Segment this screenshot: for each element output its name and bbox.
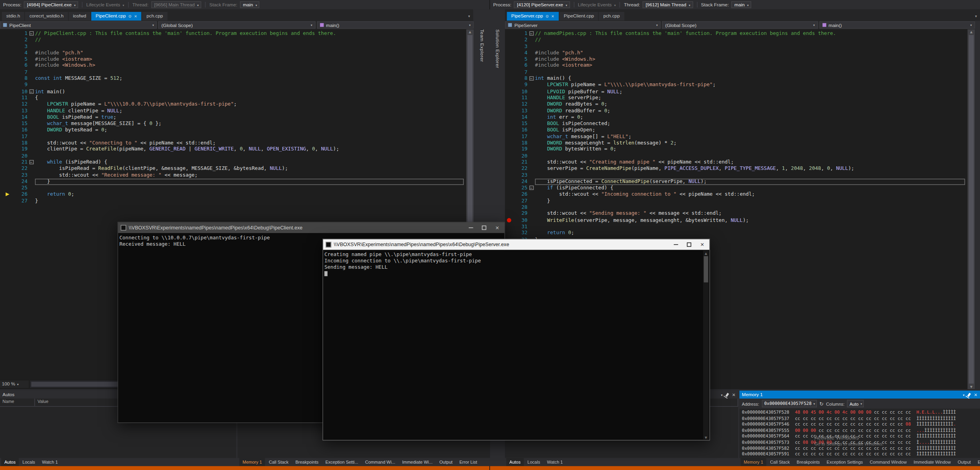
left-tab-Output[interactable]: Output bbox=[436, 458, 456, 466]
left-tab-Call Stack[interactable]: Call Stack bbox=[266, 458, 291, 466]
scope-dropdown[interactable]: (Global Scope)▾ bbox=[662, 21, 818, 29]
code-line[interactable]: 21− while (isPipeRead) { bbox=[0, 159, 466, 166]
left-tab-Command Wi...[interactable]: Command Wi... bbox=[362, 458, 399, 466]
code-line[interactable]: 24 isPipeConnected = ConnectNamedPipe(se… bbox=[505, 179, 968, 185]
fold-margin[interactable]: − bbox=[27, 31, 35, 37]
lifecycle-events-button[interactable]: Lifecycle Events bbox=[578, 2, 612, 8]
code-line[interactable]: 13 HANDLE clientPipe = NULL; bbox=[0, 108, 466, 114]
scroll-up-icon[interactable]: ▲ bbox=[466, 30, 474, 34]
code-line[interactable]: 12 LPCWSTR pipeName = L"\\\\10.0.0.7\\pi… bbox=[0, 101, 466, 108]
code-line[interactable]: 27 } bbox=[505, 198, 968, 204]
code-line[interactable]: 16 BOOL isPipeOpen; bbox=[505, 127, 968, 133]
right-tab-Exception Settings[interactable]: Exception Settings bbox=[824, 458, 866, 466]
code-line[interactable]: 8const int MESSAGE_SIZE = 512; bbox=[0, 76, 466, 82]
code-line[interactable]: 26 std::wcout << "Incoming connection to… bbox=[505, 191, 968, 198]
right-tab-Error List[interactable]: Error List bbox=[974, 458, 980, 466]
left-tab-Autos[interactable]: Autos bbox=[1, 458, 19, 466]
minimize-icon[interactable] bbox=[674, 244, 678, 245]
doc-tab-corecrt_wstdio.h[interactable]: corecrt_wstdio.h bbox=[25, 12, 68, 21]
fold-collapse-icon[interactable]: − bbox=[29, 31, 33, 36]
code-line[interactable]: 8−int main() { bbox=[505, 76, 968, 82]
doc-tab-pch.cpp[interactable]: pch.cpp bbox=[142, 12, 167, 21]
doc-tab-PipeServer.cpp[interactable]: PipeServer.cpp⊙× bbox=[507, 12, 559, 21]
doc-tab-PipeClient.cpp[interactable]: PipeClient.cpp bbox=[559, 12, 598, 21]
code-line[interactable]: 9 bbox=[0, 82, 466, 89]
code-line[interactable]: 26 return 0; bbox=[0, 191, 466, 198]
thread-combo[interactable]: [9656] Main Thread▾ bbox=[151, 1, 201, 8]
code-line[interactable]: 25− if (isPipeConnected) { bbox=[505, 185, 968, 191]
code-line[interactable]: 9 LPCWSTR pipeName = L"\\\\.\\pipe\\mant… bbox=[505, 82, 968, 89]
right-tab-Call Stack[interactable]: Call Stack bbox=[767, 458, 793, 466]
minimize-icon[interactable] bbox=[469, 227, 473, 228]
fold-margin[interactable]: − bbox=[527, 76, 535, 82]
fold-collapse-icon[interactable]: − bbox=[529, 31, 533, 36]
code-line[interactable]: 31 bbox=[505, 223, 968, 230]
console-titlebar[interactable]: \\VBOXSVR\Experiments\namedPipes\namedPi… bbox=[118, 222, 504, 233]
code-line[interactable]: 23 std::wcout << "Received message: " <<… bbox=[0, 172, 466, 179]
left-tab-Breakpoints[interactable]: Breakpoints bbox=[292, 458, 322, 466]
fold-margin[interactable]: − bbox=[27, 89, 35, 95]
pin-icon[interactable] bbox=[967, 393, 971, 397]
memory-row[interactable]: 0x000000E43057F537cc cc cc cc cc cc cc c… bbox=[742, 416, 977, 422]
vertical-scrollbar[interactable]: ▲ ▼ bbox=[968, 29, 975, 389]
code-line[interactable]: 22 isPipeRead = ReadFile(clientPipe, &me… bbox=[0, 166, 466, 172]
code-line[interactable]: 5#include <Windows.h> bbox=[505, 56, 968, 63]
code-line[interactable]: 1−// PipeClient.cpp : This file contains… bbox=[0, 31, 466, 37]
close-icon[interactable]: × bbox=[974, 392, 977, 397]
memory-titlebar[interactable]: Memory 1 ▾× bbox=[739, 391, 980, 399]
breakpoint-margin[interactable] bbox=[0, 191, 15, 198]
left-tab-Exception Setti...[interactable]: Exception Setti... bbox=[322, 458, 361, 466]
left-tab-Watch 1[interactable]: Watch 1 bbox=[39, 458, 61, 466]
code-line[interactable]: 18 DWORD messageLenght = lstrlen(message… bbox=[505, 140, 968, 146]
method-dropdown[interactable]: main()▾ bbox=[819, 21, 975, 29]
right-tab-Output[interactable]: Output bbox=[955, 458, 974, 466]
code-line[interactable]: 27} bbox=[0, 198, 466, 204]
code-line[interactable]: 2// bbox=[0, 37, 466, 43]
memory-row[interactable]: 0x000000E43057F52848 00 45 00 4c 00 4c 0… bbox=[742, 410, 977, 416]
right-tab-Breakpoints[interactable]: Breakpoints bbox=[793, 458, 823, 466]
scope-dropdown[interactable]: (Global Scope)▾ bbox=[158, 21, 316, 29]
code-line[interactable]: 4#include "pch.h" bbox=[505, 50, 968, 56]
code-line[interactable]: 17 bbox=[0, 133, 466, 140]
code-line[interactable]: 20 bbox=[505, 153, 968, 159]
right-tab-Command Window[interactable]: Command Window bbox=[866, 458, 910, 466]
tab-pin-icon[interactable]: ⊙ bbox=[128, 12, 131, 21]
memory-row[interactable]: 0x000000E43057F591cc cc cc cc cc cc cc c… bbox=[742, 452, 977, 458]
code-line[interactable]: 7 bbox=[0, 69, 466, 75]
tab-overflow-icon[interactable]: ▾ bbox=[975, 14, 977, 18]
project-dropdown[interactable]: PipeServer▾ bbox=[505, 21, 661, 29]
code-line[interactable]: 10−int main() bbox=[0, 89, 466, 95]
maximize-icon[interactable] bbox=[482, 225, 486, 230]
code-line[interactable]: 14 BOOL isPipeRead = true; bbox=[0, 114, 466, 121]
code-line[interactable]: 25 bbox=[0, 185, 466, 191]
memory-row[interactable]: 0x000000E43057F564cc cc cc cc cc cc cc c… bbox=[742, 434, 977, 440]
memory-content[interactable]: 0x000000E43057F52848 00 45 00 4c 00 4c 0… bbox=[739, 408, 980, 458]
code-line[interactable]: 4#include "pch.h" bbox=[0, 50, 466, 56]
right-tab-Watch 1[interactable]: Watch 1 bbox=[544, 458, 566, 466]
fold-collapse-icon[interactable]: − bbox=[29, 89, 33, 94]
left-tab-Locals[interactable]: Locals bbox=[19, 458, 39, 466]
console-output[interactable]: Creating named pipe \\.\pipe\mantvydas-f… bbox=[323, 250, 710, 440]
window-position-icon[interactable]: ▾ bbox=[963, 393, 965, 396]
method-dropdown[interactable]: main()▾ bbox=[316, 21, 474, 29]
code-line[interactable]: 6#include <Windows.h> bbox=[0, 63, 466, 69]
project-dropdown[interactable]: PipeClient▾ bbox=[0, 21, 157, 29]
code-line[interactable]: 10 LPVOID pipeBuffer = NULL; bbox=[505, 89, 968, 95]
scroll-down-icon[interactable]: ▼ bbox=[968, 385, 975, 389]
code-line[interactable]: 5#include <iostream> bbox=[0, 56, 466, 63]
code-line[interactable]: 15 BOOL isPipeConnected; bbox=[505, 121, 968, 127]
code-line[interactable]: 11 HANDLE serverPipe; bbox=[505, 95, 968, 101]
right-tab-Memory 1[interactable]: Memory 1 bbox=[741, 458, 766, 466]
code-line[interactable]: 11{ bbox=[0, 95, 466, 101]
left-tab-Memory 1[interactable]: Memory 1 bbox=[239, 458, 265, 466]
code-line[interactable]: 29 std::wcout << "Sending message: " << … bbox=[505, 211, 968, 217]
close-icon[interactable]: × bbox=[495, 225, 500, 230]
breakpoint-icon[interactable] bbox=[507, 218, 511, 222]
code-line[interactable]: 14 int err = 0; bbox=[505, 114, 968, 121]
code-line[interactable]: 32 return 0; bbox=[505, 230, 968, 237]
left-tab-Error List[interactable]: Error List bbox=[456, 458, 480, 466]
code-line[interactable]: 3 bbox=[505, 44, 968, 50]
code-line[interactable]: 24 } bbox=[0, 179, 466, 185]
fold-margin[interactable]: − bbox=[527, 31, 535, 37]
console-titlebar[interactable]: \\VBOXSVR\Experiments\namedPipes\namedPi… bbox=[323, 239, 710, 250]
